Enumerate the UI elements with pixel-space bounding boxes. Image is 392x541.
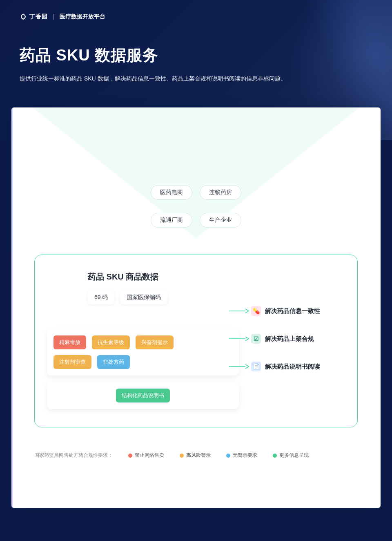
- funnel-row-2: 流通厂商 生产企业: [151, 213, 241, 228]
- legend-item-highrisk: 高风险警示: [180, 452, 211, 459]
- compliance-tags-panel: 精麻毒放 抗生素等级 兴奋剂提示 注射剂审查 非处方药: [47, 329, 239, 376]
- pill-icon: 💊: [251, 306, 261, 316]
- arrow-icon: [229, 364, 249, 369]
- arrow-icon: [229, 336, 249, 342]
- page-subtitle: 提供行业统一标准的药品 SKU 数据，解决药品信息一致性、药品上架合规和说明书阅…: [20, 74, 372, 83]
- benefit-instructions: 📄 解决药品说明书阅读: [251, 362, 345, 371]
- benefit-consistency: 💊 解决药品信息一致性: [251, 306, 345, 316]
- platform-name[interactable]: 医疗数据开放平台: [60, 13, 105, 20]
- pill-manufacturer: 生产企业: [200, 213, 241, 228]
- benefit-label: 解决药品说明书阅读: [265, 363, 320, 371]
- dot-icon: [273, 454, 277, 458]
- tag-antibiotic: 抗生素等级: [92, 335, 130, 349]
- legend-item-forbidden: 禁止网络售卖: [128, 452, 164, 459]
- top-bar: 丁香园 医疗数据开放平台: [20, 13, 372, 20]
- legend-row: 国家药监局网售处方药合规性要求： 禁止网络售卖 高风险警示 无警示要求 更多信息…: [34, 452, 358, 459]
- brand-text: 丁香园: [29, 13, 48, 20]
- sku-panels: 精麻毒放 抗生素等级 兴奋剂提示 注射剂审查 非处方药 结构化药品说明书: [47, 329, 239, 409]
- legend-item-nowarning: 无警示要求: [226, 452, 257, 459]
- leaf-icon: [20, 13, 27, 20]
- dot-icon: [128, 454, 132, 458]
- benefit-label: 解决药品信息一致性: [265, 307, 320, 315]
- tag-injection: 注射剂审查: [53, 355, 91, 369]
- benefits-column: 💊 解决药品信息一致性 ☑ 解决药品上架合规 📄: [251, 306, 345, 371]
- main-card: 医药电商 连锁药房 流通厂商 生产企业 药品 SKU 商品数据 69 码 国家医…: [11, 107, 381, 508]
- brand-logo[interactable]: 丁香园: [20, 13, 48, 20]
- card-wrapper: 医药电商 连锁药房 流通厂商 生产企业 药品 SKU 商品数据 69 码 国家医…: [0, 107, 392, 524]
- document-icon: 📄: [251, 362, 261, 371]
- divider-icon: [53, 14, 54, 20]
- sku-box-content: 精麻毒放 抗生素等级 兴奋剂提示 注射剂审查 非处方药 结构化药品说明书: [47, 329, 345, 409]
- checklist-icon: ☑: [251, 334, 261, 344]
- tag-narcotic: 精麻毒放: [53, 335, 86, 349]
- sku-data-box: 药品 SKU 商品数据 69 码 国家医保编码 精麻毒放 抗生素等级 兴奋剂提示…: [34, 255, 358, 427]
- pill-ecommerce: 医药电商: [151, 185, 192, 200]
- funnel-diagram: 医药电商 连锁药房 流通厂商 生产企业: [34, 124, 358, 246]
- instructions-panel: 结构化药品说明书: [47, 382, 239, 409]
- tag-stimulant: 兴奋剂提示: [136, 335, 174, 349]
- dot-icon: [180, 454, 184, 458]
- dot-icon: [226, 454, 230, 458]
- tag-structured-instructions: 结构化药品说明书: [116, 389, 170, 402]
- benefit-compliance: ☑ 解决药品上架合规: [251, 334, 345, 344]
- pill-chain-pharmacy: 连锁药房: [200, 185, 241, 200]
- legend-title: 国家药监局网售处方药合规性要求：: [34, 452, 113, 459]
- pill-distributor: 流通厂商: [151, 213, 192, 228]
- chip-69-code: 69 码: [88, 291, 114, 304]
- chip-insurance-code: 国家医保编码: [120, 291, 167, 304]
- funnel-row-1: 医药电商 连锁药房: [151, 185, 241, 200]
- legend-item-moreinfo: 更多信息呈现: [273, 452, 309, 459]
- benefit-label: 解决药品上架合规: [265, 335, 314, 343]
- code-row: 69 码 国家医保编码: [88, 291, 345, 304]
- arrow-icon: [229, 308, 249, 314]
- tag-otc: 非处方药: [97, 355, 130, 369]
- sku-box-title: 药品 SKU 商品数据: [88, 271, 345, 282]
- page-title: 药品 SKU 数据服务: [20, 45, 372, 66]
